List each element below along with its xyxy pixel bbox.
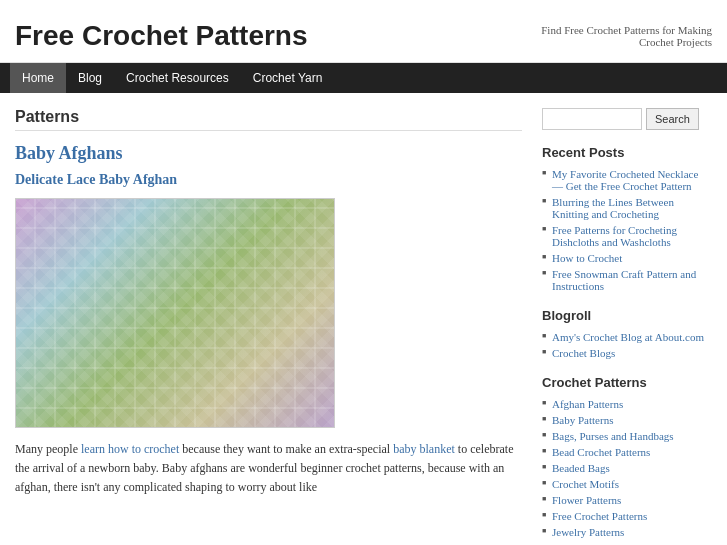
nav-item-crochet-resources[interactable]: Crochet Resources bbox=[114, 63, 241, 93]
search-widget: Search bbox=[542, 108, 712, 130]
recent-post-link[interactable]: Blurring the Lines Between Knitting and … bbox=[552, 196, 674, 220]
list-item: Free Snowman Craft Pattern and Instructi… bbox=[542, 266, 712, 294]
header-tagline: Find Free Crochet Patterns for Making Cr… bbox=[532, 24, 712, 48]
recent-posts-title: Recent Posts bbox=[542, 145, 712, 160]
list-item: Beaded Bags bbox=[542, 460, 712, 476]
crochet-pattern-link[interactable]: Flower Patterns bbox=[552, 494, 621, 506]
category-title: Baby Afghans bbox=[15, 143, 522, 164]
recent-posts-section: Recent Posts My Favorite Crocheted Neckl… bbox=[542, 145, 712, 294]
recent-post-link[interactable]: How to Crochet bbox=[552, 252, 622, 264]
sidebar: Search Recent Posts My Favorite Crochete… bbox=[542, 108, 712, 545]
category-link[interactable]: Baby Afghans bbox=[15, 143, 123, 163]
list-item: Afghan Patterns bbox=[542, 396, 712, 412]
baby-blanket-link[interactable]: baby blanket bbox=[393, 442, 455, 456]
post-text-1: Many people bbox=[15, 442, 81, 456]
list-item: Crochet Motifs bbox=[542, 476, 712, 492]
crochet-patterns-section: Crochet Patterns Afghan PatternsBaby Pat… bbox=[542, 375, 712, 545]
section-title: Patterns bbox=[15, 108, 522, 131]
list-item: Free Crochet Patterns bbox=[542, 508, 712, 524]
post-content: Many people learn how to crochet because… bbox=[15, 440, 522, 498]
crochet-pattern-link[interactable]: Bead Crochet Patterns bbox=[552, 446, 650, 458]
recent-post-link[interactable]: My Favorite Crocheted Necklace — Get the… bbox=[552, 168, 698, 192]
list-item: Jewelry Patterns bbox=[542, 524, 712, 540]
recent-posts-list: My Favorite Crocheted Necklace — Get the… bbox=[542, 166, 712, 294]
crochet-pattern-link[interactable]: Crochet Motifs bbox=[552, 478, 619, 490]
post-title-link[interactable]: Delicate Lace Baby Afghan bbox=[15, 172, 177, 187]
search-input[interactable] bbox=[542, 108, 642, 130]
blogroll-list: Amy's Crochet Blog at About.comCrochet B… bbox=[542, 329, 712, 361]
nav-item-home[interactable]: Home bbox=[10, 63, 66, 93]
blogroll-title: Blogroll bbox=[542, 308, 712, 323]
post-text-2: because they want to make an extra-speci… bbox=[179, 442, 393, 456]
nav-item-blog[interactable]: Blog bbox=[66, 63, 114, 93]
crochet-pattern-link[interactable]: Jewelry Patterns bbox=[552, 526, 624, 538]
list-item: Crochet Blogs bbox=[542, 345, 712, 361]
crochet-patterns-title: Crochet Patterns bbox=[542, 375, 712, 390]
crochet-pattern-link[interactable]: Afghan Patterns bbox=[552, 398, 623, 410]
crochet-pattern-link[interactable]: Beaded Bags bbox=[552, 462, 610, 474]
crochet-patterns-list: Afghan PatternsBaby PatternsBags, Purses… bbox=[542, 396, 712, 545]
blogroll-link[interactable]: Crochet Blogs bbox=[552, 347, 615, 359]
search-button[interactable]: Search bbox=[646, 108, 699, 130]
crochet-pattern-link[interactable]: Bags, Purses and Handbags bbox=[552, 430, 674, 442]
learn-crochet-link[interactable]: learn how to crochet bbox=[81, 442, 179, 456]
post-image bbox=[15, 198, 522, 428]
lace-pattern bbox=[16, 199, 334, 427]
list-item: Baby Patterns bbox=[542, 412, 712, 428]
post-image-placeholder bbox=[15, 198, 335, 428]
list-item: Amy's Crochet Blog at About.com bbox=[542, 329, 712, 345]
post-title: Delicate Lace Baby Afghan bbox=[15, 172, 522, 188]
main-content: Patterns Baby Afghans Delicate Lace Baby… bbox=[15, 108, 522, 545]
recent-post-link[interactable]: Free Snowman Craft Pattern and Instructi… bbox=[552, 268, 696, 292]
recent-post-link[interactable]: Free Patterns for Crocheting Dishcloths … bbox=[552, 224, 677, 248]
list-item: Bags, Purses and Handbags bbox=[542, 428, 712, 444]
crochet-pattern-link[interactable]: Free Crochet Patterns bbox=[552, 510, 647, 522]
crochet-pattern-link[interactable]: Baby Patterns bbox=[552, 414, 613, 426]
navigation: HomeBlogCrochet ResourcesCrochet Yarn bbox=[0, 63, 727, 93]
list-item: Blurring the Lines Between Knitting and … bbox=[542, 194, 712, 222]
nav-item-crochet-yarn[interactable]: Crochet Yarn bbox=[241, 63, 335, 93]
list-item: Flower Patterns bbox=[542, 492, 712, 508]
list-item: Pineapple Crochet Patterns bbox=[542, 540, 712, 545]
blogroll-link[interactable]: Amy's Crochet Blog at About.com bbox=[552, 331, 704, 343]
list-item: How to Crochet bbox=[542, 250, 712, 266]
list-item: Bead Crochet Patterns bbox=[542, 444, 712, 460]
site-title: Free Crochet Patterns bbox=[15, 20, 308, 52]
list-item: Free Patterns for Crocheting Dishcloths … bbox=[542, 222, 712, 250]
blogroll-section: Blogroll Amy's Crochet Blog at About.com… bbox=[542, 308, 712, 361]
list-item: My Favorite Crocheted Necklace — Get the… bbox=[542, 166, 712, 194]
